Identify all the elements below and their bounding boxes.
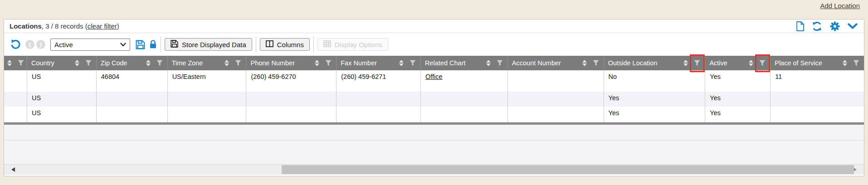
filter-icon[interactable] xyxy=(325,60,332,66)
cell-blank xyxy=(4,70,27,92)
column-label: Related Chart xyxy=(425,59,486,67)
new-document-icon[interactable] xyxy=(796,21,804,31)
column-header-active: Active xyxy=(705,56,770,70)
sort-icon[interactable] xyxy=(486,60,491,66)
grid-toolbar: ❮ ❯ Active Store Displayed Data Columns xyxy=(4,33,864,56)
cell-blank xyxy=(4,92,27,107)
cell-active: Yes xyxy=(705,107,770,122)
scroll-left-icon[interactable] xyxy=(11,167,15,172)
sort-icon[interactable] xyxy=(683,60,688,66)
cell-active: Yes xyxy=(705,70,770,92)
cell-blank xyxy=(4,107,27,122)
next-icon[interactable]: ❯ xyxy=(36,40,45,49)
cell-account-number xyxy=(508,107,604,122)
filter-icon[interactable] xyxy=(593,60,599,66)
column-label: Country xyxy=(31,59,75,67)
cell-related-chart: Office xyxy=(421,70,508,92)
cell-country: US xyxy=(27,107,97,122)
select-chevron-icon xyxy=(120,43,126,47)
gear-icon[interactable] xyxy=(830,21,840,31)
column-header-related-chart: Related Chart xyxy=(421,56,508,70)
panel-header: Locations, 3 / 8 records (clear filter) xyxy=(4,19,864,33)
filter-icon[interactable] xyxy=(694,60,700,66)
undo-icon[interactable] xyxy=(10,39,21,50)
sort-icon[interactable] xyxy=(146,60,151,66)
cell-related-chart xyxy=(421,92,508,107)
filter-icon[interactable] xyxy=(156,60,163,66)
clear-filter-link[interactable]: clear filter xyxy=(88,22,117,30)
columns-button[interactable]: Columns xyxy=(260,38,310,51)
table-body: US46804US/Eastern(260) 459-6270(260) 459… xyxy=(4,70,864,122)
filter-icon[interactable] xyxy=(497,60,503,66)
store-displayed-data-button[interactable]: Store Displayed Data xyxy=(165,38,252,51)
collapse-chevron-icon[interactable] xyxy=(848,23,858,29)
sort-icon[interactable] xyxy=(843,60,847,66)
add-location-link[interactable]: Add Location xyxy=(820,2,860,10)
column-header-phone-number: Phone Number xyxy=(246,56,336,70)
column-label: Place of Service xyxy=(775,59,843,67)
saved-view-value: Active xyxy=(54,41,73,49)
panel-title-name: Locations xyxy=(10,22,42,30)
filter-icon[interactable] xyxy=(85,60,92,66)
prev-icon[interactable]: ❮ xyxy=(25,40,34,49)
toolbar-separator xyxy=(161,37,161,52)
cell-zip-code: 46804 xyxy=(97,70,168,92)
cell-account-number xyxy=(508,92,604,107)
cell-outside-location: No xyxy=(604,70,706,92)
cell-country: US xyxy=(27,92,97,107)
cell-zip-code xyxy=(97,107,168,122)
table-row[interactable]: USYesYes xyxy=(4,92,864,107)
save-icon[interactable] xyxy=(136,40,145,49)
cell-outside-location: Yes xyxy=(604,107,706,122)
store-data-floppy-icon xyxy=(171,40,178,49)
cell-place-of-service: 11 xyxy=(770,70,864,92)
sort-icon[interactable] xyxy=(75,60,79,66)
sort-icon[interactable] xyxy=(582,60,587,66)
cell-phone-number: (260) 459-6270 xyxy=(246,70,336,92)
column-header-place-of-service: Place of Service xyxy=(770,56,864,70)
filter-icon[interactable] xyxy=(759,60,766,66)
cell-phone-number xyxy=(246,107,336,122)
sort-icon[interactable] xyxy=(315,60,319,66)
lock-icon[interactable] xyxy=(149,40,157,49)
column-label: Zip Code xyxy=(101,59,146,67)
filter-icon[interactable] xyxy=(853,60,859,66)
sort-icon[interactable] xyxy=(224,60,229,66)
refresh-icon[interactable] xyxy=(812,21,822,31)
column-header-fax-number: Fax Number xyxy=(336,56,421,70)
filter-icon[interactable] xyxy=(18,60,24,66)
horizontal-scrollbar[interactable] xyxy=(4,164,864,175)
column-header-outside-location: Outside Location xyxy=(604,56,706,70)
cell-fax-number: (260) 459-6271 xyxy=(336,70,421,92)
filter-icon[interactable] xyxy=(410,60,416,66)
cell-phone-number xyxy=(246,92,336,107)
column-header-account-number: Account Number xyxy=(508,56,604,70)
display-options-button: Display Options xyxy=(317,38,388,51)
panel-title-records: , 3 / 8 records ( xyxy=(42,22,88,30)
table-row[interactable]: USYesYes xyxy=(4,107,864,122)
table-row[interactable]: US46804US/Eastern(260) 459-6270(260) 459… xyxy=(4,70,864,92)
related-chart-link[interactable]: Office xyxy=(425,73,443,80)
cell-time-zone xyxy=(168,92,247,107)
cell-fax-number xyxy=(336,107,421,122)
scrollbar-thumb[interactable] xyxy=(282,165,854,174)
cell-zip-code xyxy=(97,92,168,107)
cell-active: Yes xyxy=(705,92,770,107)
cell-place-of-service xyxy=(770,92,864,107)
column-label: Active xyxy=(709,59,749,67)
grid-footer-area xyxy=(4,125,864,141)
cell-country: US xyxy=(27,70,97,92)
column-label: Fax Number xyxy=(341,59,399,67)
grid-footer-area xyxy=(4,141,864,164)
column-header-country: Country xyxy=(27,56,97,70)
sort-icon[interactable] xyxy=(749,60,753,66)
sort-icon[interactable] xyxy=(7,60,12,66)
saved-view-select[interactable]: Active xyxy=(50,39,130,51)
column-header-time-zone: Time Zone xyxy=(168,56,247,70)
sort-icon[interactable] xyxy=(399,60,404,66)
toolbar-separator xyxy=(256,37,256,52)
column-label: Account Number xyxy=(512,59,582,67)
columns-icon xyxy=(266,40,273,49)
column-label: Time Zone xyxy=(172,59,225,67)
filter-icon[interactable] xyxy=(235,60,241,66)
